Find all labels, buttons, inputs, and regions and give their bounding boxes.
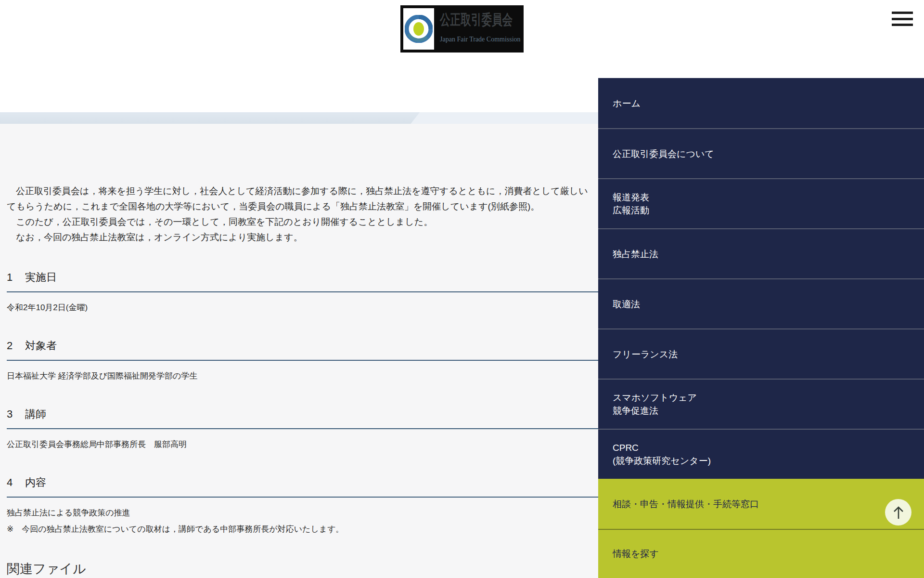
logo-title-en: Japan Fair Trade Commission bbox=[440, 36, 524, 43]
up-arrow-icon bbox=[892, 505, 905, 520]
hamburger-menu-icon[interactable] bbox=[892, 12, 913, 26]
scroll-to-top-button[interactable] bbox=[885, 499, 911, 525]
jftc-logo[interactable]: 公正取引委員会 Japan Fair Trade Commission bbox=[400, 5, 524, 53]
nav-item-subcontract-act[interactable]: 取適法 bbox=[598, 278, 924, 328]
nav-item-cprc[interactable]: CPRC (競争政策研究センター) bbox=[598, 429, 924, 479]
hamburger-bar bbox=[892, 24, 913, 26]
nav-item-find-information[interactable]: 情報を探す bbox=[598, 529, 924, 578]
section-title: 内容 bbox=[25, 476, 46, 488]
nav-item-freelance-act[interactable]: フリーランス法 bbox=[598, 328, 924, 379]
section-number: 4 bbox=[7, 475, 25, 490]
logo-text: 公正取引委員会 Japan Fair Trade Commission bbox=[434, 5, 524, 53]
section-title: 対象者 bbox=[25, 340, 57, 352]
nav-item-about-jftc[interactable]: 公正取引委員会について bbox=[598, 128, 924, 178]
section-title: 講師 bbox=[25, 408, 46, 420]
nav-item-smartphone-software-act[interactable]: スマホソフトウェア 競争促進法 bbox=[598, 379, 924, 429]
section-number: 1 bbox=[7, 270, 25, 285]
section-number: 2 bbox=[7, 339, 25, 353]
section-number: 3 bbox=[7, 407, 25, 421]
slide-nav-menu: ホーム 公正取引委員会について 報道発表 広報活動 独占禁止法 取適法 フリーラ… bbox=[598, 78, 924, 578]
nav-item-press-pr[interactable]: 報道発表 広報活動 bbox=[598, 178, 924, 228]
nav-item-antimonopoly-act[interactable]: 独占禁止法 bbox=[598, 228, 924, 278]
nav-item-home[interactable]: ホーム bbox=[598, 78, 924, 128]
hamburger-bar bbox=[892, 12, 913, 14]
logo-title-jp: 公正取引委員会 bbox=[440, 10, 500, 30]
section-title: 実施日 bbox=[25, 271, 57, 283]
nav-item-consultation-windows[interactable]: 相談・申告・情報提供・手続等窓口 bbox=[598, 479, 924, 529]
jftc-emblem-icon bbox=[403, 8, 434, 50]
hamburger-bar bbox=[892, 18, 913, 20]
